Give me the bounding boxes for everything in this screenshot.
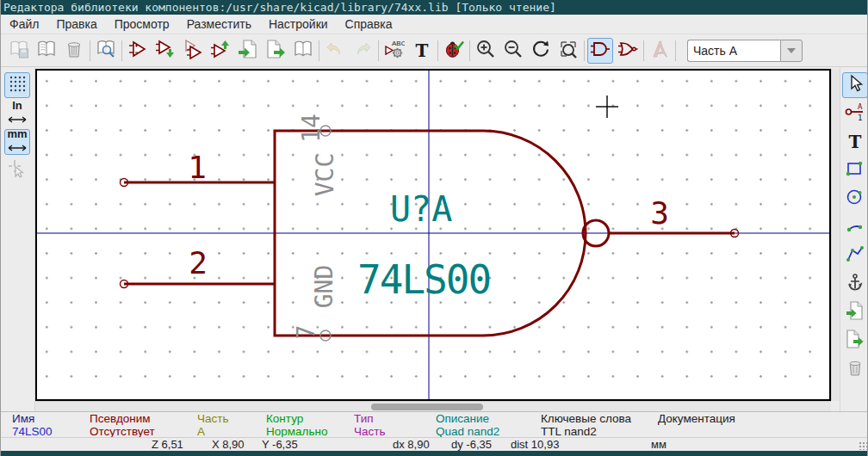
delete-tool-button[interactable] — [842, 356, 868, 382]
units-mm-button[interactable]: mm — [4, 129, 30, 155]
normal-representation-button[interactable] — [587, 38, 613, 64]
component-properties-button[interactable]: ABC — [381, 38, 407, 64]
zoom-in-icon — [475, 39, 496, 63]
resize-grip[interactable] — [859, 441, 867, 450]
save-component-button[interactable] — [152, 38, 178, 64]
pdf-export-button[interactable] — [647, 38, 673, 64]
toolbar-separator — [378, 40, 379, 61]
part-selector-value[interactable]: Часть A — [687, 40, 780, 62]
info-alias: Псевдоним Отсутствует — [90, 412, 155, 438]
delete-from-library-button[interactable] — [61, 38, 87, 64]
library-browser-button[interactable] — [93, 38, 119, 64]
component-info-panel: Имя 74LS00 Псевдоним Отсутствует Часть A… — [1, 411, 868, 437]
save-library-icon — [9, 39, 29, 63]
delta-y: dy -6,35 — [451, 438, 492, 452]
redraw-view-button[interactable] — [528, 38, 554, 64]
horizontal-scrollbar-thumb[interactable] — [371, 404, 483, 410]
menu-place[interactable]: Разместить — [178, 15, 260, 34]
duplicate-component-icon — [183, 39, 203, 63]
toolbar-separator — [121, 40, 122, 61]
select-tool-button[interactable] — [842, 72, 868, 98]
gnd-pin-name: GND — [310, 265, 338, 309]
check-component-button[interactable] — [441, 38, 467, 64]
pin3-number: 3 — [650, 195, 669, 231]
svg-text:1: 1 — [858, 114, 862, 122]
title-bar: Редактора библиотеки компонентов:/usr/sh… — [1, 0, 868, 15]
status-bar: Z 6,51 X 8,90 Y -6,35 dx 8,90 dy -6,35 d… — [1, 437, 868, 451]
menu-help[interactable]: Справка — [337, 15, 401, 34]
undo-button[interactable] — [322, 38, 348, 64]
circle-tool-button[interactable] — [842, 186, 868, 212]
output-pin-3[interactable] — [610, 230, 739, 237]
input-pin-2[interactable] — [121, 280, 276, 288]
arc-tool-button[interactable] — [842, 214, 868, 240]
pin1-number: 1 — [188, 150, 207, 185]
import-component-button[interactable] — [235, 38, 261, 64]
svg-text:ABC: ABC — [392, 40, 405, 47]
reference-designator[interactable]: U?A — [390, 189, 452, 229]
polyline-tool-button[interactable] — [842, 243, 868, 268]
rectangle-tool-button[interactable] — [842, 157, 868, 183]
save-component-icon — [155, 39, 176, 63]
cursor-shape-button[interactable] — [4, 157, 30, 183]
distance: dist 10,93 — [511, 438, 559, 452]
info-name: Имя 74LS00 — [12, 412, 53, 438]
anchor-icon — [846, 273, 865, 295]
zoom-out-button[interactable] — [500, 38, 526, 64]
export-symbol-button[interactable] — [842, 328, 868, 354]
canvas-grid: 1 2 3 14 VCC GND 7 U?A 74LS00 — [37, 71, 829, 399]
pin-icon: A1 — [845, 102, 865, 126]
double-arrow-icon — [8, 139, 27, 155]
ladybug-check-icon — [443, 39, 464, 63]
menu-view[interactable]: Просмотр — [106, 15, 178, 34]
component-documentation-button[interactable] — [290, 38, 316, 64]
anchor-tool-button[interactable] — [842, 271, 868, 297]
menu-preferences[interactable]: Настройки — [260, 15, 337, 34]
export-component-button[interactable] — [263, 38, 288, 64]
text-T-icon: T — [849, 133, 862, 151]
field-properties-button[interactable]: T — [409, 38, 435, 64]
save-library-button[interactable] — [6, 38, 32, 64]
demorgan-representation-button[interactable] — [615, 38, 641, 64]
toolbar-separator — [469, 40, 470, 61]
component-properties-icon: ABC — [384, 39, 405, 63]
arc-icon — [846, 216, 865, 238]
window-title: Редактора библиотеки компонентов:/usr/sh… — [3, 1, 556, 14]
new-component-button[interactable] — [125, 38, 151, 64]
toolbar-separator — [90, 40, 90, 61]
part-selector-dropdown-button[interactable] — [780, 40, 803, 62]
polyline-icon — [846, 244, 865, 267]
toolbar-separator — [319, 40, 319, 61]
component-value[interactable]: 74LS00 — [357, 256, 490, 303]
part-selector: Часть A — [687, 40, 803, 62]
pin14-number: 14 — [297, 114, 326, 143]
import-page-icon — [846, 301, 865, 324]
or-gate-icon — [617, 39, 638, 63]
info-body: Контур Нормально — [266, 412, 327, 438]
vcc-pin-name: VCC — [311, 153, 339, 197]
inches-label: In — [12, 101, 22, 111]
zoom-fit-button[interactable] — [555, 38, 581, 64]
import-symbol-button[interactable] — [842, 299, 868, 325]
units-inches-button[interactable]: In — [4, 101, 30, 126]
open-library-button[interactable] — [34, 38, 59, 64]
grid-toggle-button[interactable] — [4, 72, 30, 98]
zoom-fit-icon — [558, 39, 579, 63]
menu-file[interactable]: Файл — [1, 15, 47, 34]
redo-button[interactable] — [350, 38, 375, 64]
text-tool-button[interactable]: T — [842, 129, 868, 155]
schematic-canvas[interactable]: 1 2 3 14 VCC GND 7 U?A 74LS00 — [35, 69, 831, 401]
right-tools-toolbar: A1 T — [840, 67, 868, 411]
pin-tool-button[interactable]: A1 — [842, 101, 868, 126]
duplicate-component-button[interactable] — [180, 38, 206, 64]
left-options-toolbar: In mm — [1, 67, 35, 411]
toolbar-separator — [675, 40, 676, 61]
vertical-scrollbar[interactable] — [831, 69, 840, 401]
crosshair-cursor-icon — [8, 159, 27, 182]
horizontal-scrollbar[interactable] — [35, 401, 831, 411]
info-type: Тип Часть — [354, 412, 385, 438]
cursor-arrow-icon — [846, 74, 865, 96]
zoom-in-button[interactable] — [473, 38, 499, 64]
update-component-button[interactable] — [208, 38, 233, 64]
menu-edit[interactable]: Правка — [47, 15, 105, 34]
